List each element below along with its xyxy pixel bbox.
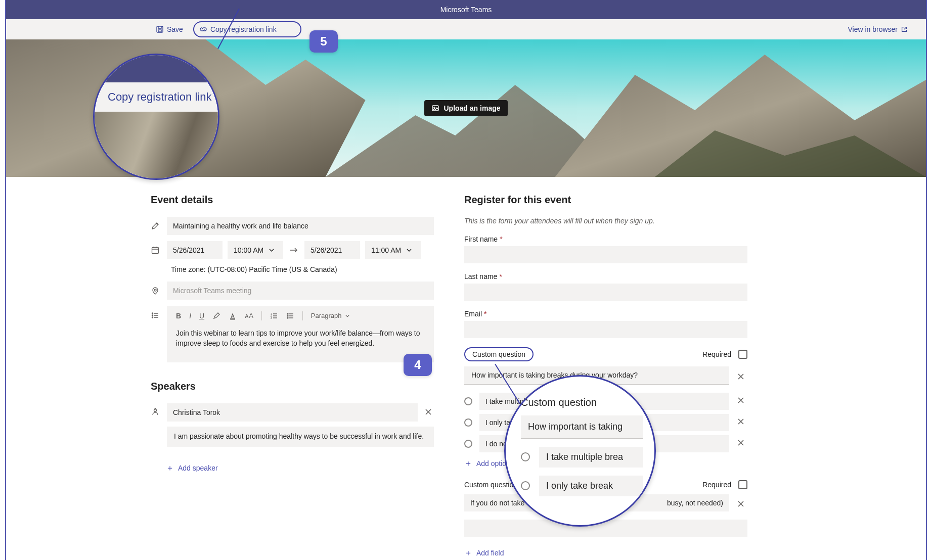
close-icon: [737, 373, 744, 380]
annotation-magnifier-copy-link: Copy registration link: [93, 54, 219, 180]
upload-image-button[interactable]: Upload an image: [424, 100, 507, 116]
timezone-text: Time zone: (UTC-08:00) Pacific Time (US …: [171, 265, 434, 273]
numbered-list-button[interactable]: 123: [270, 312, 278, 320]
plus-icon: ＋: [464, 548, 472, 558]
bullet-list-icon: [286, 312, 294, 320]
remove-q1-option-2-button[interactable]: [734, 416, 747, 429]
speaker-icon: [151, 407, 160, 416]
magnifier-copy-link-text: Copy registration link: [108, 90, 211, 104]
svg-rect-0: [157, 26, 163, 32]
underline-button[interactable]: U: [199, 312, 204, 320]
close-icon: [737, 439, 744, 446]
font-size-button[interactable]: ᴀA: [245, 312, 253, 319]
speaker-bio-textarea[interactable]: I am passionate about promoting healthy …: [167, 427, 434, 447]
first-name-label: First name*: [464, 235, 747, 243]
required-checkbox-q2[interactable]: [738, 480, 747, 489]
mag2-title: Custom question: [521, 397, 643, 408]
mag2-radio-1: [521, 452, 530, 461]
paragraph-style-select[interactable]: Paragraph: [311, 312, 350, 319]
required-label-q2: Required: [702, 481, 731, 489]
first-name-input[interactable]: [464, 246, 747, 263]
svg-point-17: [154, 409, 157, 412]
svg-text:3: 3: [271, 316, 272, 319]
annotation-connector-2: [496, 364, 496, 364]
chevron-down-icon: [345, 313, 350, 318]
close-icon: [737, 397, 744, 404]
save-label: Save: [167, 25, 183, 33]
end-time-select[interactable]: 11:00 AM: [365, 241, 421, 259]
pencil-icon: [151, 221, 160, 230]
font-color-button[interactable]: [229, 312, 237, 320]
speaker-name-input[interactable]: Christina Torok: [167, 403, 418, 422]
view-in-browser-button[interactable]: View in browser: [844, 23, 912, 35]
remove-q1-option-1-button[interactable]: [734, 395, 747, 407]
highlight-icon: [212, 312, 220, 320]
toolbar: Save Copy registration link View in brow…: [6, 19, 926, 39]
numbered-list-icon: 123: [270, 312, 278, 320]
svg-point-15: [287, 315, 288, 316]
plus-icon: ＋: [464, 458, 472, 469]
list-icon: [151, 311, 160, 320]
save-icon: [156, 25, 164, 33]
remove-question-1-button[interactable]: [734, 371, 747, 384]
svg-point-16: [287, 317, 288, 318]
last-name-input[interactable]: [464, 284, 747, 301]
event-details-panel: Event details Maintaining a healthy work…: [151, 194, 434, 561]
add-field-button[interactable]: ＋ Add field: [464, 546, 504, 561]
close-icon: [737, 418, 744, 425]
title-bar: Microsoft Teams: [6, 0, 926, 19]
add-option-button[interactable]: ＋ Add option: [464, 456, 510, 471]
svg-point-7: [152, 313, 153, 314]
annotation-connector-1: [217, 49, 218, 49]
step-badge-4: 4: [404, 354, 432, 376]
description-textarea[interactable]: Join this webinar to learn tips to impro…: [167, 326, 434, 363]
start-date-input[interactable]: 5/26/2021: [167, 241, 223, 259]
required-checkbox-q1[interactable]: [738, 350, 747, 359]
svg-point-9: [152, 317, 153, 318]
remove-speaker-button[interactable]: [423, 405, 434, 420]
save-button[interactable]: Save: [152, 23, 187, 35]
event-title-input[interactable]: Maintaining a healthy work and life bala…: [167, 217, 434, 235]
svg-point-4: [434, 107, 435, 108]
annotation-magnifier-custom-question: Custom question How important is taking …: [504, 375, 656, 527]
svg-rect-1: [158, 30, 161, 32]
mag2-radio-2: [521, 481, 530, 490]
date-range-arrow: [288, 247, 299, 254]
location-input[interactable]: Microsoft Teams meeting: [167, 282, 434, 300]
mag2-question: How important is taking: [521, 415, 643, 439]
rich-text-toolbar: B I U ᴀA 123: [167, 306, 434, 326]
q1-option-3-radio[interactable]: [464, 440, 472, 448]
italic-button[interactable]: I: [189, 312, 191, 320]
event-details-heading: Event details: [151, 194, 434, 206]
calendar-icon: [151, 246, 160, 255]
chevron-down-icon: [406, 247, 412, 253]
svg-rect-10: [231, 318, 235, 319]
arrow-right-icon: [289, 247, 298, 254]
required-label: Required: [702, 350, 731, 358]
mag2-opt1: I take multiple brea: [539, 447, 643, 468]
speakers-heading: Speakers: [151, 381, 434, 392]
custom-question-1-label: Custom question: [464, 347, 534, 361]
bold-button[interactable]: B: [176, 312, 181, 320]
svg-point-14: [287, 313, 288, 314]
bullet-list-button[interactable]: [286, 312, 294, 320]
email-input[interactable]: [464, 321, 747, 338]
close-icon: [425, 408, 432, 415]
app-frame: Microsoft Teams Save Copy registration l…: [5, 0, 927, 560]
email-label: Email*: [464, 310, 747, 318]
svg-rect-5: [152, 247, 159, 253]
custom-question-2-label: Custom question: [464, 481, 517, 489]
remove-q1-option-3-button[interactable]: [734, 437, 747, 450]
add-speaker-button[interactable]: ＋ Add speaker: [166, 461, 218, 476]
mag2-opt2: I only take break: [539, 476, 643, 496]
chevron-down-icon: [269, 247, 275, 253]
location-icon: [151, 286, 160, 295]
svg-point-6: [154, 289, 156, 291]
last-name-label: Last name*: [464, 272, 747, 281]
start-time-select[interactable]: 10:00 AM: [228, 241, 283, 259]
content: Event details Maintaining a healthy work…: [6, 177, 926, 561]
end-date-input[interactable]: 5/26/2021: [304, 241, 360, 259]
register-hint: This is the form your attendees will fil…: [464, 217, 747, 225]
highlight-button[interactable]: [212, 312, 220, 320]
remove-question-2-button[interactable]: [734, 498, 747, 511]
